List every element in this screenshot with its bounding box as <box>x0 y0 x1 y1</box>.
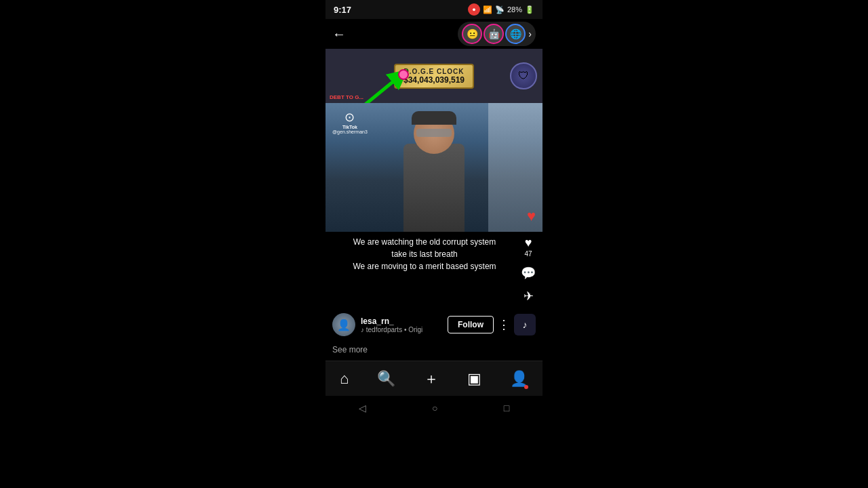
status-bar: 9:17 ● 📶 📡 28% 🔋 <box>326 0 542 19</box>
battery-icon: 28% <box>507 5 522 14</box>
nav-add[interactable]: ＋ <box>424 369 439 389</box>
follow-button[interactable]: Follow <box>448 316 494 333</box>
like-icon: ♥ <box>525 236 532 250</box>
video-person <box>393 110 475 232</box>
more-options-button[interactable]: ⋮ <box>498 317 510 332</box>
author-info: lesa_rn_ ♪ tedfordparts • Origi <box>355 317 448 333</box>
android-nav: ◁ ○ □ <box>326 396 542 420</box>
nav-home[interactable]: ⌂ <box>340 370 349 388</box>
tiktok-username: @gen.sherman3 <box>332 129 368 134</box>
share-icon: ✈ <box>524 289 534 304</box>
like-action[interactable]: ♥ 47 <box>524 236 532 258</box>
nav-inbox[interactable]: ▣ <box>467 370 481 388</box>
wifi-icon: 📶 <box>483 5 492 14</box>
profile-dot <box>524 385 528 389</box>
notification-dot: ● <box>468 3 480 16</box>
caption-line-2: take its last breath <box>332 248 517 260</box>
bottom-nav: ⌂ 🔍 ＋ ▣ 👤 <box>326 361 542 396</box>
music-icon: ♪ <box>523 319 528 330</box>
caption-line-3: We are moving to a merit based system <box>332 260 517 272</box>
story-bubble-1[interactable]: 😐 <box>462 24 482 44</box>
video-content-area: We are watching the old corrupt system t… <box>326 232 542 308</box>
arrow-annotation <box>359 69 414 103</box>
tiktok-logo: ⊙ <box>344 110 355 125</box>
share-action[interactable]: ✈ <box>524 289 534 304</box>
story-chevron-icon[interactable]: › <box>528 28 532 39</box>
caption-line-1: We are watching the old corrupt system <box>332 236 517 248</box>
doge-video-thumbnail[interactable]: D.O.G.E CLOCK $34,043,039,519 DEBT TO G.… <box>326 49 542 103</box>
comment-action[interactable]: 💬 <box>521 266 536 281</box>
tiktok-watermark: ⊙ TikTok @gen.sherman3 <box>332 110 368 134</box>
story-bubble-2[interactable]: 🤖 <box>484 24 504 44</box>
comment-icon: 💬 <box>521 266 536 281</box>
nav-search[interactable]: 🔍 <box>377 370 395 388</box>
video-text-row: We are watching the old corrupt system t… <box>326 236 542 304</box>
doge-seal: 🛡 <box>510 62 537 89</box>
see-more-link[interactable]: See more <box>332 345 368 354</box>
author-name[interactable]: lesa_rn_ <box>361 317 448 326</box>
status-icons: ● 📶 📡 28% 🔋 <box>468 3 534 16</box>
video-caption: We are watching the old corrupt system t… <box>332 236 517 272</box>
story-bubbles[interactable]: 😐 🤖 🌐 › <box>458 22 536 46</box>
music-note-button[interactable]: ♪ <box>514 314 536 336</box>
signal-icon: 📡 <box>495 5 505 14</box>
nav-profile[interactable]: 👤 <box>510 370 528 388</box>
tiktok-label: TikTok <box>342 125 357 129</box>
back-button[interactable]: ← <box>332 26 346 42</box>
battery-graphic: 🔋 <box>525 5 534 14</box>
svg-point-2 <box>399 70 408 79</box>
svg-line-1 <box>363 76 400 103</box>
search-icon: 🔍 <box>377 370 395 388</box>
add-icon: ＋ <box>424 369 439 389</box>
seal-icon: 🛡 <box>518 70 529 82</box>
video-actions: ♥ 47 💬 ✈ <box>521 236 536 304</box>
inbox-icon: ▣ <box>467 370 481 388</box>
top-nav: ← 😐 🤖 🌐 › <box>326 19 542 49</box>
author-row: 👤 lesa_rn_ ♪ tedfordparts • Origi Follow… <box>326 308 542 342</box>
status-time: 9:17 <box>334 5 351 15</box>
debt-label: DEBT TO G... <box>330 94 363 100</box>
android-home-button[interactable]: ○ <box>432 403 437 413</box>
android-back-button[interactable]: ◁ <box>359 403 366 413</box>
home-icon: ⌂ <box>340 370 349 388</box>
story-bubble-3[interactable]: 🌐 <box>505 24 526 44</box>
like-count: 47 <box>524 250 532 258</box>
see-more-section: See more <box>326 342 542 361</box>
android-recent-button[interactable]: □ <box>504 403 509 413</box>
like-heart-icon[interactable]: ♥ <box>527 207 536 225</box>
author-sound[interactable]: ♪ tedfordparts • Origi <box>361 326 448 333</box>
author-avatar[interactable]: 👤 <box>332 313 355 336</box>
main-video[interactable]: ⊙ TikTok @gen.sherman3 ♥ <box>326 103 542 232</box>
